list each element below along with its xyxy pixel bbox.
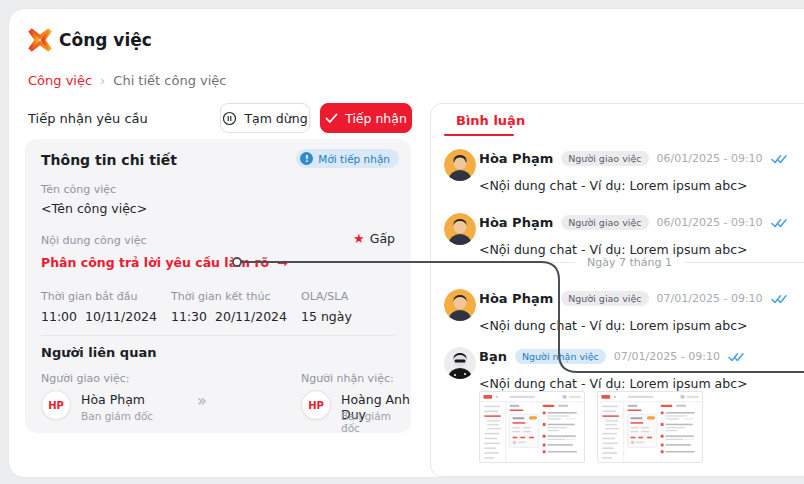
start-time-label: Thời gian bắt đầu [41, 290, 137, 303]
comment-attachments [479, 391, 703, 463]
assigner-role: Ban giám đốc [81, 410, 153, 422]
double-check-icon [771, 218, 787, 228]
comment-role-badge: Người giao việc [561, 291, 648, 306]
comment-message: <Nội dung chat - Ví dụ: Lorem ipsum abc> [479, 318, 748, 333]
urgent-flag: ★ Gấp [353, 231, 395, 246]
assigner-avatar-illustration [444, 289, 476, 321]
comment-role-badge: Người nhận việc [515, 349, 606, 364]
comment-message: <Nội dung chat - Ví dụ: Lorem ipsum abc> [479, 178, 748, 193]
page-title: Công việc [59, 30, 152, 50]
assigner-label: Người giao việc: [41, 372, 130, 385]
pause-button[interactable]: Tạm dừng [220, 103, 310, 133]
comment-author: Hòa Phạm [479, 215, 553, 230]
start-time-value: 11:00 10/11/2024 [41, 309, 157, 324]
comment-attachment-thumbnail[interactable] [479, 391, 585, 463]
comment-author: Hòa Phạm [479, 291, 553, 306]
date-divider-label: Ngày 7 tháng 1 [587, 256, 672, 269]
app-logo-icon [28, 28, 52, 52]
assigner-avatar: HP [41, 390, 71, 420]
comment-author: Hòa Phạm [479, 151, 553, 166]
assignee-avatar: HP [301, 390, 331, 420]
divider [41, 335, 395, 336]
chevron-right-icon: › [100, 73, 105, 88]
comment-attachment-thumbnail[interactable] [597, 391, 703, 463]
task-name-value: <Tên công việc> [41, 201, 147, 216]
detail-card-title: Thông tin chi tiết [41, 152, 177, 168]
assigner-name: Hòa Phạm [81, 392, 145, 407]
content-link-label: Phân công trả lời yêu cầu làm rõ [41, 255, 269, 270]
comments-panel: Bình luận Hòa Phạm Người giao việc 06/01… [430, 103, 804, 477]
action-bar-label: Tiếp nhận yêu cầu [28, 111, 148, 126]
sla-label: OLA/SLA [301, 290, 348, 303]
date-divider: Ngày 7 tháng 1 [444, 256, 804, 269]
comment-timestamp: 06/01/2025 - 09:10 [657, 152, 763, 165]
accept-button[interactable]: Tiếp nhận [320, 103, 412, 133]
comment-message: <Nội dung chat - Ví dụ: Lorem ipsum abc> [479, 376, 748, 391]
comment-timestamp: 07/01/2025 - 09:10 [657, 292, 763, 305]
assigner-avatar-illustration [444, 149, 476, 181]
tab-active-indicator [444, 134, 514, 136]
accept-button-label: Tiếp nhận [345, 111, 407, 126]
assigner-avatar-illustration [444, 213, 476, 245]
double-chevron-icon: » [197, 391, 207, 410]
people-section-title: Người liên quan [41, 345, 156, 360]
content-label: Nội dung công việc [41, 234, 147, 247]
exclamation-icon: ! [300, 152, 313, 165]
end-time-label: Thời gian kết thúc [171, 290, 270, 303]
pause-circle-icon [222, 111, 237, 126]
tab-comments[interactable]: Bình luận [456, 113, 525, 128]
task-name-label: Tên công việc [41, 183, 116, 196]
double-check-icon [728, 352, 744, 362]
comment-message: <Nội dung chat - Ví dụ: Lorem ipsum abc> [479, 242, 748, 257]
star-icon: ★ [353, 231, 365, 246]
pause-button-label: Tạm dừng [244, 111, 307, 126]
end-time-value: 11:30 20/11/2024 [171, 309, 287, 324]
comment-timestamp: 07/01/2025 - 09:10 [614, 350, 720, 363]
comment-role-badge: Người giao việc [561, 151, 648, 166]
check-icon [325, 113, 338, 124]
comment-timestamp: 06/01/2025 - 09:10 [657, 216, 763, 229]
urgent-label: Gấp [370, 231, 395, 246]
arrow-right-icon: → [277, 255, 287, 270]
breadcrumb-current: Chi tiết công việc [113, 73, 226, 88]
content-link[interactable]: Phân công trả lời yêu cầu làm rõ → [41, 255, 288, 270]
breadcrumb: Công việc › Chi tiết công việc [28, 73, 227, 88]
comment-role-badge: Người giao việc [561, 215, 648, 230]
task-detail-card: Thông tin chi tiết ! Mới tiếp nhận Tên c… [25, 139, 411, 433]
status-badge: ! Mới tiếp nhận [296, 149, 399, 168]
sla-value: 15 ngày [301, 309, 352, 324]
double-check-icon [771, 154, 787, 164]
self-avatar-illustration [444, 347, 476, 379]
double-check-icon [771, 294, 787, 304]
status-badge-label: Mới tiếp nhận [318, 153, 390, 165]
assignee-label: Người nhận việc: [301, 372, 394, 385]
breadcrumb-root[interactable]: Công việc [28, 73, 92, 88]
comment-author: Bạn [479, 349, 507, 364]
assignee-role: Ban giám đốc [341, 410, 411, 434]
